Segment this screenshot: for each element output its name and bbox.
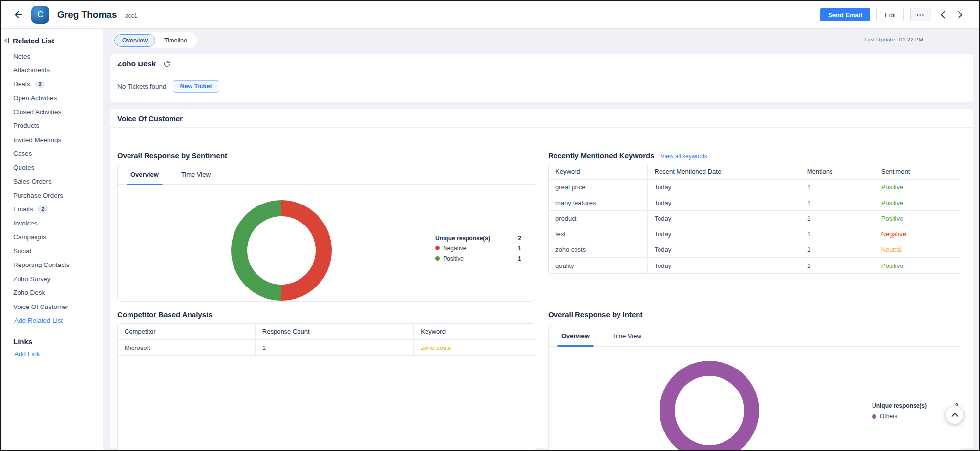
sidebar-item-campaigns[interactable]: Campaigns (1, 230, 103, 245)
table-row: product Today 1 Positive (549, 211, 961, 226)
add-related-list-link[interactable]: Add Related List (1, 314, 103, 328)
next-record-icon[interactable] (955, 9, 965, 20)
legend-title: Unique response(s) (872, 402, 955, 409)
others-dot-icon (872, 414, 876, 419)
sidebar-item-emails[interactable]: Emails2 (1, 203, 103, 217)
sidebar-item-closed-activities[interactable]: Closed Activities (1, 105, 103, 119)
sentiment-cell: Positive (874, 211, 961, 226)
sidebar-item-invited-meetings[interactable]: Invited Meetings (1, 133, 103, 147)
table-row: quality Today 1 Positive (549, 258, 961, 273)
refresh-icon[interactable] (163, 61, 170, 68)
related-list-sidebar: Related List Notes Attachments Deals3 Op… (1, 29, 103, 450)
send-email-button[interactable]: Send Email (820, 8, 870, 21)
sidebar-item-cases[interactable]: Cases (1, 147, 103, 161)
intent-chart-card: Overview Time View Unique response(s) 2 … (548, 326, 961, 451)
sidebar-item-quotes[interactable]: Quotes (1, 161, 103, 175)
more-actions-button[interactable]: ••• (910, 8, 931, 21)
deals-count-badge: 3 (35, 81, 45, 88)
sentiment-heading: Overall Response by Sentiment (117, 151, 227, 160)
view-tabs: Overview Timeline (112, 32, 197, 48)
legend-total: 2 (518, 235, 521, 242)
sidebar-item-open-activities[interactable]: Open Activities (1, 91, 103, 105)
no-tickets-text: No Tickets found (117, 83, 167, 90)
voc-section-title: Voice Of Customer (110, 109, 973, 128)
scroll-to-top-button[interactable] (945, 406, 964, 424)
sentiment-cell: Positive (874, 195, 961, 210)
contact-avatar: C (31, 6, 49, 24)
sidebar-item-notes[interactable]: Notes (1, 49, 103, 63)
page-title: Greg Thomas (57, 9, 117, 20)
sentiment-legend: Unique response(s) 2 Negative 1 Positive… (435, 233, 521, 264)
previous-record-icon[interactable] (937, 9, 948, 20)
sentiment-tab-time-view[interactable]: Time View (177, 164, 214, 184)
legend-title: Unique response(s) (435, 235, 518, 242)
sentiment-tab-overview[interactable]: Overview (127, 164, 163, 184)
sidebar-item-zoho-survey[interactable]: Zoho Survey (1, 272, 103, 286)
sidebar-item-reporting-contacts[interactable]: Reporting Contacts (1, 258, 103, 272)
intent-tab-overview[interactable]: Overview (557, 326, 594, 346)
view-all-keywords-link[interactable]: View all keywords (661, 153, 707, 160)
intent-tab-time-view[interactable]: Time View (608, 326, 645, 346)
table-row: test Today 1 Negative (549, 226, 961, 242)
add-link-link[interactable]: Add Link (1, 347, 103, 361)
collapse-panel-icon[interactable] (1, 38, 12, 43)
sidebar-item-invoices[interactable]: Invoices (1, 216, 103, 230)
table-row: great price Today 1 Positive (549, 180, 961, 195)
zoho-desk-panel: Zoho Desk No Tickets found New Ticket (110, 54, 973, 102)
table-row: many features Today 1 Positive (549, 195, 961, 211)
related-list-header: Related List (1, 35, 103, 46)
table-row: Microsoft 1 zoho costs (118, 340, 535, 356)
keywords-table-header: Keyword Recent Mentioned Date Mentions S… (549, 164, 961, 180)
sidebar-item-attachments[interactable]: Attachments (1, 63, 103, 78)
legend-item-negative: Negative 1 (435, 243, 521, 253)
tab-overview[interactable]: Overview (114, 34, 155, 47)
voice-of-customer-panel: Voice Of Customer Overall Response by Se… (110, 109, 973, 448)
competitor-table-header: Competitor Response Count Keyword (118, 324, 535, 340)
competitor-card: Competitor Response Count Keyword Micros… (117, 323, 535, 451)
sentiment-cell: Neutral (874, 242, 961, 257)
chevron-up-icon (951, 412, 959, 417)
record-header: C Greg Thomas - acc1 Send Email Edit ••• (1, 1, 979, 29)
sidebar-item-products[interactable]: Products (1, 119, 103, 133)
edit-button[interactable]: Edit (876, 8, 904, 21)
record-subtitle: - acc1 (121, 12, 137, 19)
zoho-desk-title: Zoho Desk (117, 60, 156, 68)
sentiment-cell: Positive (874, 258, 961, 273)
positive-dot-icon (435, 256, 440, 261)
sidebar-item-sales-orders[interactable]: Sales Orders (1, 175, 103, 189)
competitor-heading: Competitor Based Analysis (117, 310, 213, 319)
legend-item-positive: Positive 1 (435, 253, 521, 264)
competitor-table: Competitor Response Count Keyword Micros… (118, 324, 535, 356)
sidebar-item-purchase-orders[interactable]: Purchase Orders (1, 188, 103, 203)
intent-heading: Overall Response by Intent (548, 310, 642, 319)
intent-donut-chart (660, 361, 759, 451)
sentiment-cell: Positive (874, 180, 961, 195)
back-icon[interactable] (12, 8, 25, 21)
last-update-text: Last Update : 01:22 PM (864, 37, 923, 42)
emails-count-badge: 2 (38, 205, 48, 213)
sidebar-item-voice-of-customer[interactable]: Voice Of Customer (1, 300, 103, 314)
sidebar-item-social[interactable]: Social (1, 244, 103, 258)
sentiment-donut-chart (231, 200, 332, 301)
main-content: Overview Timeline Last Update : 01:22 PM… (103, 29, 979, 450)
keywords-table: Keyword Recent Mentioned Date Mentions S… (548, 164, 961, 274)
table-row: zoho costs Today 1 Neutral (549, 242, 961, 258)
sentiment-chart-card: Overview Time View Unique response(s) 2 … (117, 164, 535, 302)
negative-dot-icon (435, 246, 440, 250)
keywords-heading: Recently Mentioned KeywordsView all keyw… (548, 151, 707, 160)
sidebar-item-deals[interactable]: Deals3 (1, 77, 103, 91)
competitor-keyword-cell: zoho costs (414, 340, 535, 355)
sentiment-cell: Negative (874, 226, 961, 242)
sidebar-item-zoho-desk[interactable]: Zoho Desk (1, 286, 103, 300)
new-ticket-button[interactable]: New Ticket (173, 80, 219, 93)
tab-timeline[interactable]: Timeline (156, 34, 195, 47)
app-window: C Greg Thomas - acc1 Send Email Edit •••… (0, 0, 980, 451)
intent-legend: Unique response(s) 2 Others 2 (872, 400, 958, 422)
links-header: Links (1, 335, 103, 347)
